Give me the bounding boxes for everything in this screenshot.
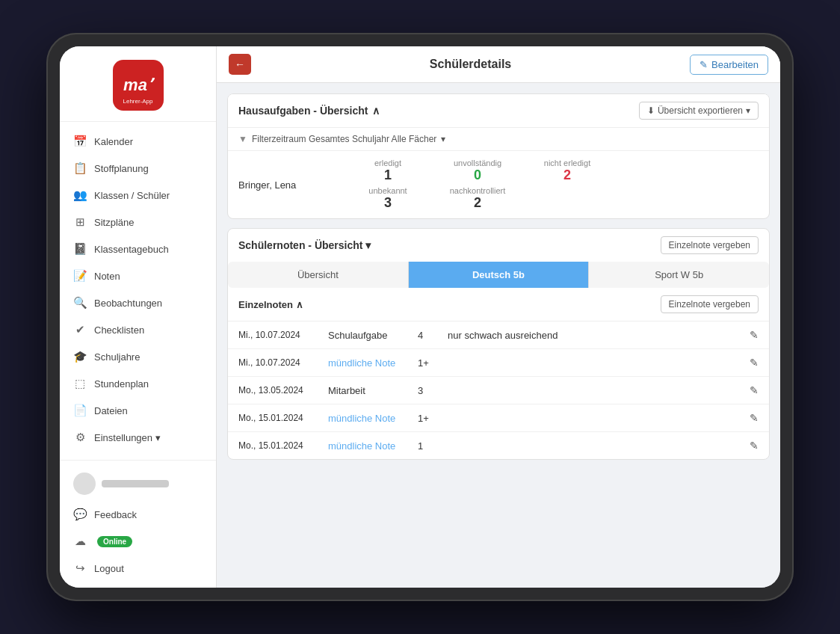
page-title: Schülerdetails	[260, 58, 681, 71]
grade-edit-2-button[interactable]: ✎	[750, 384, 759, 396]
sidebar-item-stoffplanung[interactable]: 📋 Stoffplanung	[60, 155, 216, 182]
back-button[interactable]: ←	[229, 54, 251, 75]
einzelnote-top-button[interactable]: Einzelnote vergeben	[661, 236, 759, 254]
sidebar-nav: 📅 Kalender 📋 Stoffplanung 👥 Klassen / Sc…	[60, 122, 216, 460]
stat-unbekannt: unbekannt 3	[343, 186, 433, 211]
user-name	[102, 480, 169, 487]
grade-edit-3-button[interactable]: ✎	[750, 412, 759, 424]
sidebar-item-klassentagebuch[interactable]: 📓 Klassentagebuch	[60, 236, 216, 262]
sidebar-item-stundenplan[interactable]: ⬚ Stundenplan	[60, 370, 216, 397]
unbekannt-label: unbekannt	[343, 186, 433, 195]
export-icon: ⬇	[647, 105, 655, 116]
nachkontrolliert-label: nachkontrolliert	[433, 186, 522, 195]
online-icon: ☁	[73, 535, 87, 548]
edit-icon: ✎	[700, 59, 708, 70]
einzelnote-bottom-button[interactable]: Einzelnote vergeben	[661, 295, 759, 313]
sidebar-item-einstellungen[interactable]: ⚙ Einstellungen ▾	[60, 424, 216, 451]
export-label: Übersicht exportieren	[658, 105, 743, 116]
nachkontrolliert-value: 2	[433, 195, 522, 211]
sidebar-label-stundenplan: Stundenplan	[94, 378, 149, 390]
grade-value-0: 4	[418, 330, 448, 341]
sidebar-label-noten: Noten	[94, 271, 120, 282]
sidebar-label-klassen: Klassen / Schüler	[94, 190, 170, 201]
sidebar-label-logout: Logout	[94, 563, 124, 574]
dateien-icon: 📄	[73, 404, 87, 417]
noten-title-text: Schülernoten - Übersicht	[238, 239, 362, 251]
sidebar-item-beobachtungen[interactable]: 🔍 Beobachtungen	[60, 289, 216, 316]
top-bar: ← Schülerdetails ✎ Bearbeiten	[217, 46, 780, 83]
sidebar-label-klassentagebuch: Klassentagebuch	[94, 244, 169, 255]
grade-edit-4-button[interactable]: ✎	[750, 440, 759, 452]
table-row: Mi., 10.07.2024 Schulaufgabe 4 nur schwa…	[228, 321, 769, 349]
nicht-erledigt-label: nicht erledigt	[522, 158, 612, 167]
grade-type-4: mündliche Note	[328, 440, 418, 452]
scroll-area: Hausaufgaben - Übersicht ∧ ⬇ Übersicht e…	[217, 83, 780, 588]
klassentagebuch-icon: 📓	[73, 242, 87, 256]
einzelnoten-title-text: Einzelnoten	[238, 299, 293, 310]
stundenplan-icon: ⬚	[73, 377, 87, 390]
hausaufgaben-title-text: Hausaufgaben - Übersicht	[238, 105, 368, 117]
grade-edit-1-button[interactable]: ✎	[750, 357, 759, 369]
grade-value-3: 1+	[418, 413, 448, 424]
klassen-icon: 👥	[73, 188, 87, 202]
student-name: Bringer, Lena	[238, 179, 328, 191]
grade-value-2: 3	[418, 385, 448, 396]
sidebar-item-online: ☁ Online	[60, 528, 216, 555]
sidebar-item-logout[interactable]: ↪ Logout	[60, 555, 216, 582]
hausaufgaben-title: Hausaufgaben - Übersicht ∧	[238, 105, 380, 117]
grade-date-4: Mo., 15.01.2024	[238, 440, 328, 451]
grade-date-0: Mi., 10.07.2024	[238, 330, 328, 340]
tab-deutsch5b[interactable]: Deutsch 5b	[409, 262, 590, 288]
sidebar-label-sitzplaene: Sitzpläne	[94, 217, 134, 228]
sidebar-label-einstellungen: Einstellungen ▾	[94, 432, 161, 443]
grade-edit-0-button[interactable]: ✎	[750, 329, 759, 341]
sidebar-item-checklisten[interactable]: ✔ Checklisten	[60, 316, 216, 343]
grade-date-2: Mo., 13.05.2024	[238, 385, 328, 396]
noten-title: Schülernoten - Übersicht ▾	[238, 239, 371, 251]
tabs-container: Übersicht Deutsch 5b Sport W 5b	[228, 262, 769, 288]
unvollstaendig-value: 0	[433, 167, 522, 183]
feedback-icon: 💬	[73, 508, 87, 521]
sidebar-label-feedback: Feedback	[94, 509, 137, 520]
sidebar-item-feedback[interactable]: 💬 Feedback	[60, 501, 216, 528]
stats-row: Bringer, Lena erledigt 1 unvollständig 0	[228, 151, 769, 218]
sidebar-item-noten[interactable]: 📝 Noten	[60, 262, 216, 289]
grade-note-0: nur schwach ausreichend	[448, 330, 750, 341]
grade-type-3: mündliche Note	[328, 413, 418, 424]
einstellungen-icon: ⚙	[73, 431, 87, 444]
tab-uebersicht[interactable]: Übersicht	[228, 262, 409, 288]
edit-button[interactable]: ✎ Bearbeiten	[690, 55, 768, 75]
filter-text: Filterzeitraum Gesamtes Schuljahr Alle F…	[252, 134, 436, 144]
einzelnoten-title: Einzelnoten ∧	[238, 299, 303, 310]
sidebar-item-sitzplaene[interactable]: ⊞ Sitzpläne	[60, 209, 216, 236]
tab-sportw5b[interactable]: Sport W 5b	[589, 262, 769, 288]
grade-value-1: 1+	[418, 357, 448, 369]
table-row: Mi., 10.07.2024 mündliche Note 1+ ✎	[228, 349, 769, 377]
einzelnoten-header: Einzelnoten ∧ Einzelnote vergeben	[228, 288, 769, 321]
sidebar-item-schuljahre[interactable]: 🎓 Schuljahre	[60, 343, 216, 370]
hausaufgaben-header: Hausaufgaben - Übersicht ∧ ⬇ Übersicht e…	[228, 94, 769, 128]
table-row: Mo., 15.01.2024 mündliche Note 1+ ✎	[228, 404, 769, 432]
sidebar-bottom: 💬 Feedback ☁ Online ↪ Logout	[60, 460, 216, 588]
export-button[interactable]: ⬇ Übersicht exportieren ▾	[639, 102, 759, 120]
unvollstaendig-label: unvollständig	[433, 158, 522, 167]
user-item	[60, 467, 216, 501]
stoffplanung-icon: 📋	[73, 161, 87, 175]
einzelnoten-section: Einzelnoten ∧ Einzelnote vergeben Mi., 1…	[228, 288, 769, 459]
main-content: ← Schülerdetails ✎ Bearbeiten Hausaufgab…	[217, 46, 780, 588]
stats-grid: erledigt 1 unvollständig 0 nicht erledig…	[343, 158, 612, 211]
einzelnoten-chevron-icon: ∧	[296, 299, 303, 310]
edit-label: Bearbeiten	[711, 59, 759, 70]
sidebar-item-klassen[interactable]: 👥 Klassen / Schüler	[60, 182, 216, 209]
noten-header: Schülernoten - Übersicht ▾ Einzelnote ve…	[228, 229, 769, 262]
grade-type-1: mündliche Note	[328, 357, 418, 369]
grade-value-4: 1	[418, 440, 448, 452]
logout-icon: ↪	[73, 561, 87, 575]
grade-date-1: Mi., 10.07.2024	[238, 357, 328, 368]
stat-erledigt: erledigt 1	[343, 158, 433, 183]
sidebar-label-schuljahre: Schuljahre	[94, 351, 140, 363]
filter-chevron-icon: ▾	[441, 134, 445, 144]
sidebar-item-kalender[interactable]: 📅 Kalender	[60, 128, 216, 155]
sidebar-item-dateien[interactable]: 📄 Dateien	[60, 397, 216, 424]
erledigt-value: 1	[343, 167, 433, 183]
